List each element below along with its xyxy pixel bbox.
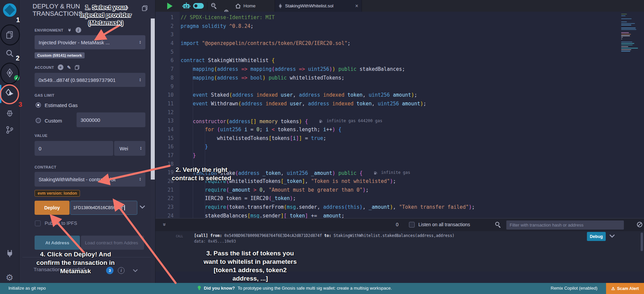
plugin-manager-icon[interactable] bbox=[0, 249, 19, 258]
transactions-chevron-icon[interactable] bbox=[133, 269, 138, 273]
clear-console-icon[interactable] bbox=[637, 222, 643, 228]
deploy-run-icon[interactable] bbox=[0, 89, 19, 99]
custom-gas-input[interactable] bbox=[77, 112, 145, 127]
line-number: 11 bbox=[155, 100, 174, 108]
to-target: StakingWithWhitelist.stakedBalances(addr… bbox=[334, 233, 455, 238]
panel-divider bbox=[22, 257, 151, 257]
terminal-log-line[interactable]: [call] from: 0x549BD967800987968764f6E3D… bbox=[194, 233, 455, 238]
copy-account-icon[interactable] bbox=[75, 65, 80, 70]
panel-scrollbar[interactable] bbox=[151, 13, 155, 283]
minimap-line bbox=[621, 32, 629, 33]
code-line: 24 stakedBalances[msg.sender][_token] +=… bbox=[155, 212, 644, 218]
tab-home-label: Home bbox=[243, 3, 256, 8]
book-icon[interactable] bbox=[142, 5, 148, 12]
chevron-right-icon: ❯ bbox=[125, 5, 129, 10]
from-address: 0x549BD967800987968764f6E3D4cA2d871D2d87… bbox=[224, 233, 322, 238]
value-input[interactable] bbox=[35, 141, 113, 156]
line-number: 8 bbox=[155, 74, 174, 83]
minimap-line bbox=[621, 35, 630, 36]
git-icon[interactable] bbox=[0, 126, 19, 134]
close-tab-icon[interactable]: × bbox=[355, 3, 358, 9]
ai-toggle-icon[interactable] bbox=[193, 3, 204, 9]
value-unit-select[interactable]: Wei ▲▼ bbox=[114, 141, 145, 156]
gas-estimate: infinite gas bbox=[374, 168, 410, 177]
minimap-line bbox=[621, 46, 628, 47]
constructor-args-input[interactable]: 1FD1380b4D516CB59c93" bbox=[70, 201, 137, 215]
panel-title: DEPLOY & RUN TRANSACTIONS bbox=[33, 3, 117, 17]
warning-icon: ⚠ bbox=[611, 286, 615, 291]
terminal: » 0 Listen on all transactions CALL [cal… bbox=[155, 218, 644, 272]
edit-account-icon[interactable]: ✎ bbox=[67, 65, 71, 70]
line-number: 21 bbox=[155, 186, 174, 195]
collapse-terminal-icon[interactable]: » bbox=[163, 222, 166, 228]
settings-gear-icon[interactable]: ⚙ bbox=[0, 273, 19, 283]
plug-icon[interactable] bbox=[67, 28, 72, 32]
account-select[interactable]: 0x549...d874f (0.98821989737901 ▲▼ bbox=[35, 73, 145, 87]
code-line: 11 event Withdrawn(address indexed user,… bbox=[155, 100, 644, 108]
scam-alert-button[interactable]: ⚠ Scam Alert bbox=[606, 283, 644, 294]
git-init-button[interactable]: Initialize as git repo bbox=[8, 286, 46, 291]
zoom-out-icon[interactable]: − bbox=[211, 3, 218, 9]
minimap-line bbox=[621, 29, 636, 30]
search-icon[interactable] bbox=[0, 49, 19, 58]
call-tag: CALL bbox=[176, 235, 183, 238]
activity-bar: ✓ ⚙ bbox=[0, 0, 19, 283]
tab-home[interactable]: Home bbox=[235, 0, 256, 12]
run-script-icon[interactable] bbox=[167, 3, 173, 9]
evm-version-badge: evm version: london bbox=[35, 190, 80, 197]
contract-value: StakingWithWhitelist - contracts/St bbox=[39, 177, 116, 182]
line-number: 16 bbox=[155, 143, 174, 151]
line-number: 22 bbox=[155, 194, 174, 203]
code-editor[interactable]: 1// SPDX-License-Identifier: MIT2pragma … bbox=[155, 12, 644, 218]
deploy-run-panel: DEPLOY & RUN TRANSACTIONS ✓ ❯ ENVIRONMEN… bbox=[19, 0, 155, 283]
to-label: to: bbox=[324, 233, 331, 238]
minimap[interactable] bbox=[621, 13, 639, 57]
line-number: 17 bbox=[155, 151, 174, 160]
code-line: 1// SPDX-License-Identifier: MIT bbox=[155, 13, 644, 22]
file-explorer-icon[interactable] bbox=[0, 30, 19, 40]
minimap-line bbox=[621, 39, 622, 39]
minimap-line bbox=[621, 42, 632, 42]
tab-staking-file[interactable]: StakingWithWhitelist.sol × bbox=[275, 0, 362, 12]
environment-select[interactable]: Injected Provider - MetaMask ... ▲▼ bbox=[35, 35, 145, 49]
terminal-scrollbar-thumb[interactable] bbox=[641, 233, 643, 251]
at-address-input[interactable] bbox=[81, 236, 144, 250]
network-badge: Custom (59141) network bbox=[35, 52, 85, 58]
expand-args-chevron-icon[interactable] bbox=[139, 205, 145, 209]
code-line: 19 function stake(address _token, uint25… bbox=[155, 168, 644, 177]
line-number: 14 bbox=[155, 126, 174, 134]
line-number: 13 bbox=[155, 117, 174, 126]
value-unit: Wei bbox=[120, 146, 128, 151]
select-arrows-icon: ▲▼ bbox=[139, 177, 141, 181]
check-icon: ✓ bbox=[119, 4, 123, 11]
transactions-info-icon[interactable]: i bbox=[118, 267, 125, 274]
panel-scrollbar-thumb[interactable] bbox=[151, 18, 155, 180]
log-chevron-icon[interactable] bbox=[609, 234, 615, 238]
code-line: 21 require(_amount > 0, "Amount must be … bbox=[155, 186, 644, 195]
estimated-gas-radio[interactable] bbox=[36, 102, 41, 108]
debug-button[interactable]: Debug bbox=[587, 232, 606, 241]
minimap-line bbox=[621, 48, 638, 48]
contract-select[interactable]: StakingWithWhitelist - contracts/St ▲▼ bbox=[35, 172, 145, 187]
deploy-button[interactable]: Deploy bbox=[35, 201, 70, 215]
environment-info-icon[interactable]: i bbox=[76, 27, 81, 33]
gas-estimate: infinite gas 644200 gas bbox=[319, 117, 382, 126]
code-line: 14 for (uint256 i = 0; i < tokens.length… bbox=[155, 126, 644, 134]
minimap-line bbox=[621, 23, 635, 24]
lightbulb-icon bbox=[197, 286, 201, 291]
at-address-button[interactable]: At Address bbox=[35, 236, 80, 250]
terminal-filter-input[interactable] bbox=[506, 220, 624, 230]
code-line: 15 whitelistedTokens[tokens[i]] = true; bbox=[155, 134, 644, 143]
minimap-line bbox=[621, 18, 632, 19]
minimap-line bbox=[621, 51, 630, 51]
publish-ipfs-checkbox[interactable] bbox=[35, 220, 41, 226]
terminal-search-icon[interactable] bbox=[495, 222, 502, 228]
listen-all-checkbox[interactable] bbox=[409, 222, 415, 228]
copilot-status[interactable]: Remix Copilot (enabled) bbox=[551, 286, 597, 291]
add-account-icon[interactable]: + bbox=[58, 64, 63, 70]
debugger-icon[interactable] bbox=[0, 109, 19, 117]
ai-assistant-icon[interactable] bbox=[182, 2, 191, 11]
custom-gas-radio[interactable] bbox=[36, 118, 41, 123]
line-number: 19 bbox=[155, 168, 174, 177]
account-label: ACCOUNT bbox=[35, 65, 54, 69]
